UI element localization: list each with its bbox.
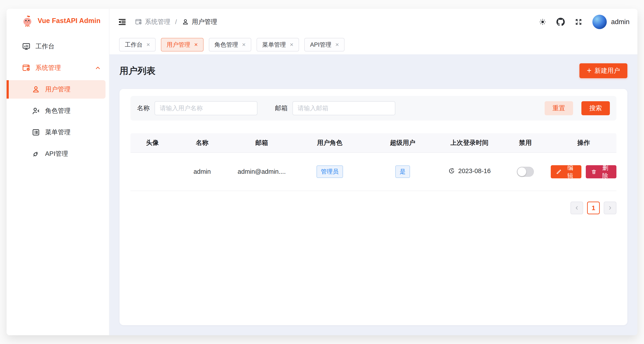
sidebar-item-system-management[interactable]: 系统管理 <box>6 59 109 77</box>
tab-workbench[interactable]: 工作台 × <box>119 38 156 52</box>
query-actions: 重置 搜索 <box>544 101 610 115</box>
role-icon <box>32 107 40 115</box>
chevron-right-icon <box>607 205 613 211</box>
pencil-icon <box>556 169 562 175</box>
sidebar-item-label: 工作台 <box>36 42 54 51</box>
search-button[interactable]: 搜索 <box>582 101 610 115</box>
users-table: 头像 名称 邮箱 用户角色 超级用户 上次登录时间 禁用 操作 <box>130 133 616 191</box>
close-icon[interactable]: × <box>146 42 150 48</box>
name-input[interactable] <box>154 101 258 115</box>
column-avatar: 头像 <box>130 133 174 153</box>
tab-menu-management[interactable]: 菜单管理 × <box>256 38 299 52</box>
github-button[interactable] <box>556 18 565 26</box>
superuser-tag: 是 <box>395 165 410 178</box>
sidebar: Vue FastAPI Admin 工作台 系统管理 <box>6 9 110 335</box>
user-avatar <box>592 15 607 29</box>
name-cell: admin <box>174 153 230 191</box>
chick-logo-icon <box>21 15 34 27</box>
breadcrumb-system-management[interactable]: 系统管理 <box>135 18 170 26</box>
monitor-icon <box>22 42 31 51</box>
system-settings-icon <box>22 64 31 72</box>
main-area: 系统管理 / 用户管理 <box>110 9 638 335</box>
role-cell: 管理员 <box>293 153 366 191</box>
prev-page-button[interactable] <box>570 202 583 214</box>
menu-list-icon <box>32 128 40 137</box>
sidebar-item-workbench[interactable]: 工作台 <box>6 37 109 56</box>
last-login-cell: 2023-08-16 <box>439 153 500 191</box>
actions-cell: 编辑 删除 <box>551 153 616 191</box>
sidebar-item-label: API管理 <box>45 149 68 158</box>
page-title: 用户列表 <box>120 65 156 77</box>
avatar-cell <box>130 153 174 191</box>
chevron-up-icon <box>94 65 101 71</box>
sidebar-item-label: 系统管理 <box>36 64 61 72</box>
page-content: 用户列表 + 新建用户 名称 邮箱 重置 <box>110 54 638 335</box>
column-role: 用户角色 <box>293 133 366 153</box>
reset-button[interactable]: 重置 <box>544 101 573 115</box>
name-filter: 名称 <box>137 101 258 115</box>
sidebar-item-menu-management[interactable]: 菜单管理 <box>6 123 109 142</box>
sidebar-item-api-management[interactable]: API管理 <box>6 145 109 163</box>
close-icon[interactable]: × <box>242 42 246 48</box>
tab-role-management[interactable]: 角色管理 × <box>209 38 251 52</box>
superuser-cell: 是 <box>366 153 439 191</box>
email-filter: 邮箱 <box>275 101 395 115</box>
user-menu[interactable]: admin <box>592 15 630 29</box>
query-bar: 名称 邮箱 重置 搜索 <box>130 96 616 121</box>
theme-toggle-button[interactable] <box>538 18 547 26</box>
disabled-cell <box>500 153 551 191</box>
fullscreen-icon <box>574 18 583 26</box>
next-page-button[interactable] <box>604 202 616 214</box>
app-title: Vue FastAPI Admin <box>38 17 100 25</box>
column-last-login: 上次登录时间 <box>439 133 500 153</box>
sidebar-menu: 工作台 系统管理 用户管 <box>6 33 109 166</box>
sidebar-item-role-management[interactable]: 角色管理 <box>6 102 109 120</box>
email-cell: admin@admin.... <box>230 153 293 191</box>
clock-icon <box>448 167 455 174</box>
github-icon <box>556 18 565 26</box>
app-window: Vue FastAPI Admin 工作台 系统管理 <box>6 9 638 335</box>
sidebar-item-label: 菜单管理 <box>45 128 70 137</box>
topbar-actions: admin <box>538 15 630 29</box>
delete-button[interactable]: 删除 <box>586 165 616 178</box>
sidebar-item-user-management[interactable]: 用户管理 <box>6 80 106 99</box>
close-icon[interactable]: × <box>290 42 293 48</box>
trash-icon <box>591 169 597 175</box>
username: admin <box>611 18 630 26</box>
user-icon <box>182 18 189 26</box>
table-row: admin admin@admin.... 管理员 是 <box>130 153 616 191</box>
close-icon[interactable]: × <box>335 42 339 48</box>
column-superuser: 超级用户 <box>366 133 439 153</box>
disable-toggle[interactable] <box>517 167 534 177</box>
name-label: 名称 <box>137 104 150 113</box>
page-1-button[interactable]: 1 <box>587 202 600 214</box>
sidebar-collapse-button[interactable] <box>117 17 128 27</box>
sidebar-item-label: 角色管理 <box>45 107 70 115</box>
theme-sun-icon <box>538 18 547 26</box>
column-actions: 操作 <box>551 133 616 153</box>
app-logo[interactable]: Vue FastAPI Admin <box>6 9 109 33</box>
api-plug-icon <box>32 149 40 158</box>
sidebar-item-label: 用户管理 <box>45 85 70 94</box>
create-user-button[interactable]: + 新建用户 <box>580 63 627 78</box>
email-input[interactable] <box>292 101 395 115</box>
system-settings-icon <box>135 18 142 26</box>
close-icon[interactable]: × <box>194 42 198 48</box>
topbar: 系统管理 / 用户管理 <box>110 9 638 35</box>
edit-button[interactable]: 编辑 <box>551 165 582 178</box>
user-icon <box>32 85 40 94</box>
fullscreen-button[interactable] <box>574 18 583 26</box>
role-tag: 管理员 <box>316 165 343 178</box>
chevron-left-icon <box>574 205 580 211</box>
tab-user-management[interactable]: 用户管理 × <box>161 38 203 52</box>
table-card: 名称 邮箱 重置 搜索 <box>120 89 627 325</box>
breadcrumb-user-management[interactable]: 用户管理 <box>182 18 217 26</box>
tab-api-management[interactable]: API管理 × <box>304 38 344 52</box>
breadcrumb-separator: / <box>175 19 177 26</box>
page-header: 用户列表 + 新建用户 <box>120 63 627 79</box>
pagination: 1 <box>130 202 616 214</box>
menu-fold-icon <box>118 17 127 27</box>
plus-icon: + <box>587 67 592 75</box>
email-label: 邮箱 <box>275 104 288 113</box>
column-email: 邮箱 <box>230 133 293 153</box>
